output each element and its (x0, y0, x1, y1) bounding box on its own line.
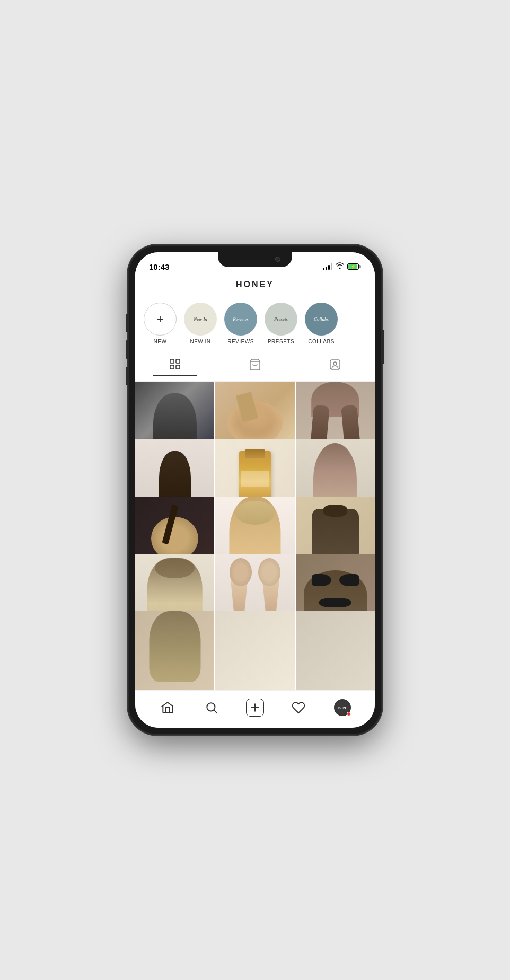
photo-partial-1[interactable] (135, 611, 214, 690)
story-circle-new[interactable]: + (144, 303, 177, 336)
notification-dot (347, 712, 351, 716)
story-label-reviews: REVIEWS (227, 339, 254, 345)
story-item-reviews[interactable]: Reviews REVIEWS (224, 303, 257, 345)
nav-search[interactable] (200, 696, 223, 719)
nav-add[interactable] (243, 696, 267, 719)
story-item-new[interactable]: + New (144, 303, 177, 345)
nav-home[interactable] (156, 696, 179, 719)
nav-heart[interactable] (287, 696, 310, 719)
story-item-presets[interactable]: Presets PRESETS (265, 303, 297, 345)
svg-point-6 (333, 362, 337, 365)
view-tabs (135, 350, 375, 382)
story-circle-collabs[interactable]: Collabs (305, 303, 338, 336)
story-text-collabs: Collabs (314, 316, 329, 322)
story-circle-newin[interactable]: New In (184, 303, 217, 336)
tab-grid[interactable] (153, 356, 197, 376)
story-label-new: New (154, 339, 167, 345)
front-camera (275, 257, 280, 262)
story-text-newin: New In (194, 316, 207, 322)
app-content[interactable] (135, 382, 375, 690)
photo-partial-2[interactable] (215, 611, 294, 690)
story-circle-reviews[interactable]: Reviews (224, 303, 257, 336)
photo-partial-3[interactable] (296, 611, 375, 690)
photo-bikini[interactable] (296, 554, 375, 611)
notch (218, 252, 292, 267)
photo-icecream[interactable] (215, 554, 294, 611)
add-post-button[interactable] (246, 699, 264, 717)
svg-line-8 (214, 710, 217, 713)
story-label-newin: NEW IN (190, 339, 210, 345)
battery-icon: ⚡ (347, 263, 361, 270)
phone-shell: 10:43 (128, 245, 382, 735)
inner-screen: 10:43 (135, 252, 375, 728)
avatar-text: KIN (338, 705, 346, 710)
nav-profile[interactable]: KIN (331, 696, 354, 719)
signal-icon (323, 263, 332, 270)
partial-row (135, 611, 375, 690)
status-icons: ⚡ (323, 260, 361, 271)
bottom-nav: KIN (135, 690, 375, 728)
photo-grid (135, 382, 375, 611)
svg-rect-0 (170, 359, 174, 363)
app-header: HONEY (135, 276, 375, 295)
plus-icon: + (156, 313, 164, 325)
status-time: 10:43 (149, 260, 169, 271)
story-label-presets: PRESETS (268, 339, 294, 345)
phone-screen: 10:43 (135, 252, 375, 728)
app-title: HONEY (236, 280, 274, 289)
story-label-collabs: COLLABS (308, 339, 335, 345)
svg-point-7 (207, 703, 215, 711)
story-text-presets: Presets (274, 316, 288, 322)
story-circle-presets[interactable]: Presets (265, 303, 297, 336)
story-item-collabs[interactable]: Collabs COLLABS (305, 303, 338, 345)
tab-shop[interactable] (233, 356, 277, 375)
svg-rect-2 (170, 365, 174, 369)
story-item-newin[interactable]: New In NEW IN (184, 303, 217, 345)
wifi-icon (336, 262, 344, 271)
avatar[interactable]: KIN (334, 699, 351, 716)
svg-rect-1 (176, 359, 180, 363)
stories-row[interactable]: + New New In NEW IN Reviews (135, 295, 375, 350)
svg-rect-3 (176, 365, 180, 369)
tab-profile[interactable] (313, 356, 357, 375)
story-text-reviews: Reviews (233, 316, 249, 322)
phone-wrapper: 10:43 (128, 245, 382, 735)
photo-man-blazer[interactable] (135, 554, 214, 611)
